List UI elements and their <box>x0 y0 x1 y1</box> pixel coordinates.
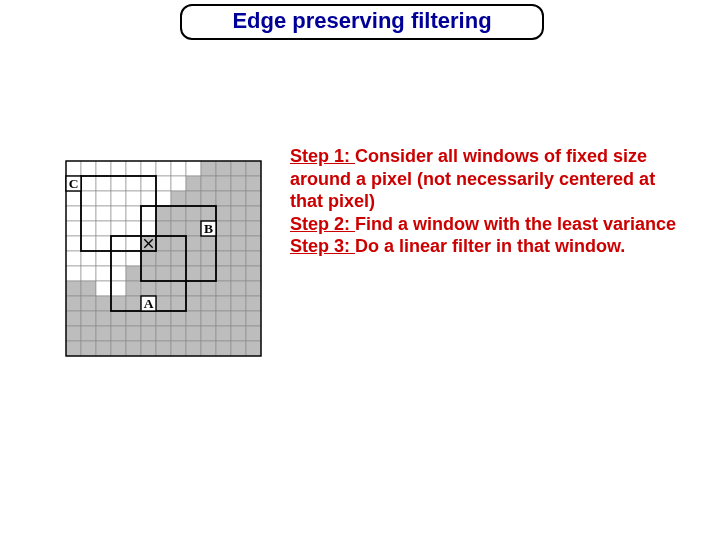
step2-text: Find a window with the least variance <box>355 214 676 234</box>
svg-rect-100 <box>201 266 216 281</box>
svg-rect-41 <box>96 206 111 221</box>
svg-rect-32 <box>156 191 171 206</box>
svg-rect-92 <box>81 266 96 281</box>
svg-rect-40 <box>81 206 96 221</box>
svg-rect-34 <box>186 191 201 206</box>
svg-rect-15 <box>96 176 111 191</box>
svg-rect-83 <box>141 251 156 266</box>
svg-rect-134 <box>126 311 141 326</box>
svg-rect-91 <box>66 266 81 281</box>
svg-rect-77 <box>246 236 261 251</box>
svg-rect-56 <box>126 221 141 236</box>
svg-rect-23 <box>216 176 231 191</box>
svg-rect-163 <box>171 341 186 356</box>
svg-rect-25 <box>246 176 261 191</box>
svg-rect-161 <box>141 341 156 356</box>
svg-rect-135 <box>141 311 156 326</box>
svg-rect-6 <box>156 161 171 176</box>
svg-rect-116 <box>246 281 261 296</box>
svg-rect-152 <box>201 326 216 341</box>
svg-rect-81 <box>111 251 126 266</box>
svg-rect-117 <box>66 296 81 311</box>
svg-rect-139 <box>201 311 216 326</box>
svg-rect-96 <box>141 266 156 281</box>
svg-rect-62 <box>216 221 231 236</box>
svg-rect-138 <box>186 311 201 326</box>
svg-rect-42 <box>111 206 126 221</box>
svg-rect-97 <box>156 266 171 281</box>
step2-label: Step 2: <box>290 214 355 234</box>
svg-rect-129 <box>246 296 261 311</box>
svg-rect-55 <box>111 221 126 236</box>
svg-rect-30 <box>126 191 141 206</box>
svg-rect-126 <box>201 296 216 311</box>
svg-rect-136 <box>156 311 171 326</box>
svg-rect-88 <box>216 251 231 266</box>
svg-rect-130 <box>66 311 81 326</box>
svg-rect-50 <box>231 206 246 221</box>
svg-rect-38 <box>246 191 261 206</box>
svg-rect-167 <box>231 341 246 356</box>
svg-rect-109 <box>141 281 156 296</box>
svg-rect-71 <box>156 236 171 251</box>
svg-rect-28 <box>96 191 111 206</box>
svg-rect-46 <box>171 206 186 221</box>
svg-rect-123 <box>156 296 171 311</box>
svg-rect-128 <box>231 296 246 311</box>
svg-rect-72 <box>171 236 186 251</box>
svg-rect-59 <box>171 221 186 236</box>
svg-rect-21 <box>186 176 201 191</box>
svg-rect-78 <box>66 251 81 266</box>
svg-rect-84 <box>156 251 171 266</box>
step3-text: Do a linear filter in that window. <box>355 236 625 256</box>
svg-rect-143 <box>66 326 81 341</box>
svg-rect-124 <box>171 296 186 311</box>
svg-rect-74 <box>201 236 216 251</box>
svg-rect-89 <box>231 251 246 266</box>
svg-rect-69 <box>126 236 141 251</box>
svg-rect-1 <box>81 161 96 176</box>
svg-rect-166 <box>216 341 231 356</box>
svg-rect-144 <box>81 326 96 341</box>
svg-rect-90 <box>246 251 261 266</box>
svg-rect-137 <box>171 311 186 326</box>
svg-rect-22 <box>201 176 216 191</box>
svg-rect-121 <box>126 296 141 311</box>
svg-rect-105 <box>81 281 96 296</box>
svg-rect-118 <box>81 296 96 311</box>
svg-rect-73 <box>186 236 201 251</box>
svg-rect-17 <box>126 176 141 191</box>
svg-rect-99 <box>186 266 201 281</box>
svg-rect-75 <box>216 236 231 251</box>
svg-rect-149 <box>156 326 171 341</box>
svg-rect-160 <box>126 341 141 356</box>
svg-rect-53 <box>81 221 96 236</box>
svg-rect-57 <box>141 221 156 236</box>
svg-rect-4 <box>126 161 141 176</box>
svg-rect-67 <box>96 236 111 251</box>
svg-rect-154 <box>231 326 246 341</box>
svg-rect-18 <box>141 176 156 191</box>
svg-rect-58 <box>156 221 171 236</box>
svg-rect-120 <box>111 296 126 311</box>
svg-rect-87 <box>201 251 216 266</box>
svg-rect-65 <box>66 236 81 251</box>
svg-rect-153 <box>216 326 231 341</box>
svg-text:B: B <box>204 221 213 236</box>
svg-rect-44 <box>141 206 156 221</box>
svg-rect-111 <box>171 281 186 296</box>
svg-rect-131 <box>81 311 96 326</box>
svg-rect-140 <box>216 311 231 326</box>
svg-rect-3 <box>111 161 126 176</box>
svg-rect-48 <box>201 206 216 221</box>
svg-rect-103 <box>246 266 261 281</box>
svg-rect-79 <box>81 251 96 266</box>
svg-rect-165 <box>201 341 216 356</box>
svg-rect-82 <box>126 251 141 266</box>
svg-rect-11 <box>231 161 246 176</box>
svg-rect-155 <box>246 326 261 341</box>
svg-rect-35 <box>201 191 216 206</box>
svg-rect-16 <box>111 176 126 191</box>
svg-rect-14 <box>81 176 96 191</box>
svg-rect-114 <box>216 281 231 296</box>
